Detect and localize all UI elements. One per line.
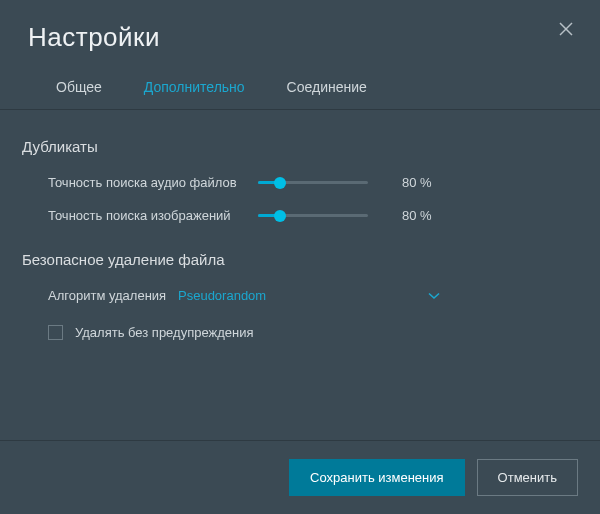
algorithm-row: Алгоритм удаления Pseudorandom: [22, 284, 578, 319]
delete-without-warning-checkbox[interactable]: [48, 325, 63, 340]
algorithm-label: Алгоритм удаления: [48, 288, 178, 303]
content: Дубликаты Точность поиска аудио файлов 8…: [0, 110, 600, 440]
delete-without-warning-label: Удалять без предупреждения: [75, 325, 253, 340]
header: Настройки: [0, 0, 600, 61]
image-accuracy-row: Точность поиска изображений 80 %: [22, 204, 578, 237]
tab-connection[interactable]: Соединение: [287, 71, 367, 109]
settings-window: Настройки Общее Дополнительно Соединение…: [0, 0, 600, 514]
close-button[interactable]: [552, 16, 580, 44]
page-title: Настройки: [28, 22, 572, 53]
slider-thumb-icon: [274, 210, 286, 222]
algorithm-value: Pseudorandom: [178, 288, 266, 303]
delete-without-warning-row[interactable]: Удалять без предупреждения: [22, 319, 578, 350]
close-icon: [559, 20, 573, 41]
image-accuracy-label: Точность поиска изображений: [48, 208, 258, 223]
audio-accuracy-row: Точность поиска аудио файлов 80 %: [22, 171, 578, 204]
slider-thumb-icon: [274, 177, 286, 189]
tab-advanced[interactable]: Дополнительно: [144, 71, 245, 109]
footer: Сохранить изменения Отменить: [0, 440, 600, 514]
audio-accuracy-slider[interactable]: [258, 176, 368, 190]
tab-general[interactable]: Общее: [56, 71, 102, 109]
section-duplicates-title: Дубликаты: [22, 138, 578, 155]
audio-accuracy-value: 80 %: [402, 175, 442, 190]
algorithm-select[interactable]: Pseudorandom: [178, 286, 440, 305]
cancel-button[interactable]: Отменить: [477, 459, 578, 496]
image-accuracy-slider[interactable]: [258, 209, 368, 223]
audio-accuracy-label: Точность поиска аудио файлов: [48, 175, 258, 190]
tabs: Общее Дополнительно Соединение: [0, 61, 600, 110]
image-accuracy-value: 80 %: [402, 208, 442, 223]
save-button[interactable]: Сохранить изменения: [289, 459, 465, 496]
section-secure-delete-title: Безопасное удаление файла: [22, 251, 578, 268]
chevron-down-icon: [428, 288, 440, 303]
